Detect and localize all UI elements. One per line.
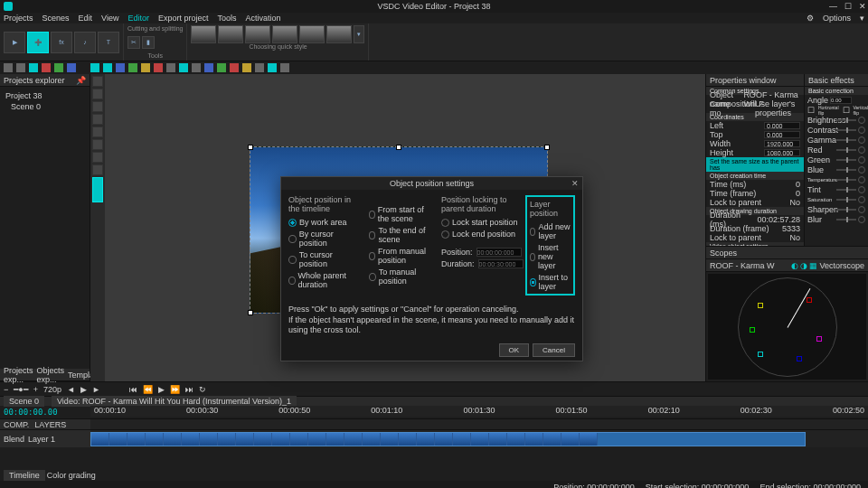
sharpen-slider[interactable]	[836, 209, 856, 211]
crop-tool-icon[interactable]	[92, 139, 103, 150]
tree-scene[interactable]: Scene 0	[4, 101, 86, 112]
resolution-select[interactable]: 720p	[43, 385, 61, 394]
top-input[interactable]	[764, 131, 800, 138]
tool-icon[interactable]	[230, 63, 239, 72]
radio-insert-layer[interactable]: Insert new layer	[530, 243, 571, 270]
red-slider[interactable]	[836, 149, 856, 151]
prop-value[interactable]: Use layer's properties	[755, 99, 800, 117]
prop-value[interactable]: 0	[796, 180, 800, 189]
scope-source-select[interactable]: ROOF - Karma W	[710, 261, 775, 270]
prop-value[interactable]: No	[789, 198, 800, 207]
tool-icon[interactable]	[280, 63, 289, 72]
reset-icon[interactable]	[858, 127, 865, 134]
skip-start-icon[interactable]: ⏮	[129, 385, 137, 394]
tool-icon[interactable]	[16, 63, 25, 72]
panel-pin-icon[interactable]: 📌	[76, 76, 86, 85]
blur-slider[interactable]	[836, 219, 856, 221]
tool-icon[interactable]	[141, 63, 150, 72]
radio-by-cursor[interactable]: By cursor position	[288, 230, 362, 248]
hflip-checkbox[interactable]: ☐	[807, 106, 815, 115]
style-grayscale-1[interactable]	[272, 25, 297, 43]
menu-view[interactable]: View	[101, 14, 118, 23]
tool-icon[interactable]	[217, 63, 226, 72]
style-grayscale-2[interactable]	[299, 25, 325, 43]
cancel-button[interactable]: Cancel	[533, 343, 575, 357]
radio-from-manual[interactable]: From manual position	[369, 247, 434, 265]
tool-icon[interactable]	[268, 63, 277, 72]
reset-icon[interactable]	[858, 196, 865, 203]
style-auto-contrast[interactable]	[245, 25, 270, 43]
tool-icon[interactable]	[204, 63, 213, 72]
style-more-button[interactable]: ▾	[354, 25, 364, 43]
menu-options[interactable]: Options	[823, 14, 851, 23]
tool-icon[interactable]	[29, 63, 38, 72]
run-wizard-button[interactable]: ▶	[4, 32, 25, 53]
menu-export[interactable]: Export project	[158, 14, 209, 23]
split-button[interactable]: ▮	[142, 36, 155, 49]
left-input[interactable]	[764, 122, 800, 129]
sat-slider[interactable]	[836, 199, 856, 201]
pointer-tool-icon[interactable]	[92, 76, 103, 87]
dialog-close-icon[interactable]: ✕	[571, 179, 579, 188]
tool-icon[interactable]	[154, 63, 163, 72]
play-button[interactable]: ▶	[158, 385, 165, 394]
tab-projects-explorer[interactable]: Projects exp...	[4, 366, 33, 384]
resize-handle[interactable]	[248, 145, 253, 150]
shape-tool-icon[interactable]	[92, 101, 103, 112]
reset-icon[interactable]	[858, 176, 865, 183]
add-object-button[interactable]: ➕	[27, 32, 49, 53]
tool-icon[interactable]	[166, 63, 175, 72]
radio-to-manual[interactable]: To manual position	[369, 267, 434, 286]
color-swatch-icon[interactable]	[92, 177, 103, 202]
dialog-titlebar[interactable]: Object position settings ✕	[281, 177, 582, 190]
angle-input[interactable]	[830, 97, 852, 104]
tool-icon[interactable]	[4, 63, 13, 72]
tool-icon[interactable]	[54, 63, 63, 72]
timeline-ruler[interactable]: 00:00:10 00:00:30 00:00:50 00:01:10 00:0…	[90, 406, 868, 417]
layer-label[interactable]: Layer 1	[28, 435, 55, 444]
tool-icon[interactable]	[128, 63, 137, 72]
resize-handle[interactable]	[396, 145, 401, 150]
radio-whole-parent[interactable]: Whole parent duration	[288, 271, 362, 289]
audio-effects-button[interactable]: ♪	[74, 32, 96, 53]
width-input[interactable]	[764, 140, 800, 147]
menu-tools[interactable]: Tools	[217, 14, 236, 23]
next-icon[interactable]: ►	[92, 385, 100, 394]
reset-icon[interactable]	[858, 156, 865, 164]
sec-creation[interactable]: Object creation time	[706, 172, 804, 180]
radio-insert-to-layer[interactable]: Insert to layer	[530, 273, 571, 291]
radio-by-work-area[interactable]: By work area	[288, 218, 362, 227]
tree-project[interactable]: Project 38	[4, 90, 86, 101]
scope-mode-select[interactable]: Vectorscope	[819, 261, 864, 270]
scope-icon[interactable]: ◑	[800, 261, 807, 270]
menu-projects[interactable]: Projects	[4, 14, 33, 23]
tab-timeline[interactable]: Timeline	[4, 470, 45, 481]
scope-icon[interactable]: ▦	[809, 261, 817, 270]
gamma-slider[interactable]	[836, 139, 856, 141]
menu-scenes[interactable]: Scenes	[42, 14, 70, 23]
step-back-icon[interactable]: ⏪	[143, 385, 153, 394]
green-slider[interactable]	[836, 159, 856, 161]
move-tool-icon[interactable]	[92, 89, 103, 99]
comp-tab[interactable]: COMP.	[4, 420, 29, 429]
menu-activation[interactable]: Activation	[245, 14, 280, 23]
text-effects-button[interactable]: T	[98, 32, 119, 53]
menu-edit[interactable]: Edit	[79, 14, 93, 23]
reset-icon[interactable]	[858, 206, 865, 213]
resize-handle[interactable]	[544, 145, 550, 150]
tool-icon[interactable]	[192, 63, 201, 72]
reset-icon[interactable]	[858, 216, 865, 223]
tab-objects-explorer[interactable]: Objects exp...	[37, 366, 65, 384]
video-effects-button[interactable]: fx	[51, 32, 72, 53]
ok-button[interactable]: OK	[499, 343, 530, 357]
resize-handle[interactable]	[248, 310, 253, 315]
prop-value[interactable]: 00:02:57.28	[757, 215, 800, 224]
reset-icon[interactable]	[858, 166, 865, 174]
tool-icon[interactable]	[179, 63, 188, 72]
brightness-slider[interactable]	[836, 119, 856, 121]
tab-color-grading[interactable]: Color grading	[47, 471, 96, 480]
vflip-checkbox[interactable]: ☐	[843, 106, 850, 115]
blue-slider[interactable]	[836, 169, 856, 171]
sec-basic-correction[interactable]: Basic correction	[805, 87, 868, 95]
step-fwd-icon[interactable]: ⏩	[170, 385, 180, 394]
